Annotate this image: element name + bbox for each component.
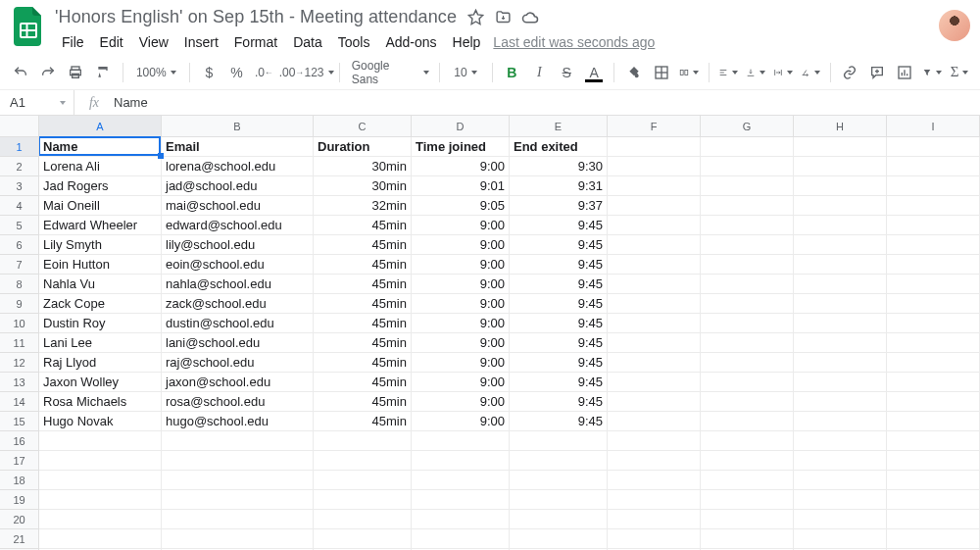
cell[interactable]: Duration xyxy=(314,137,412,157)
row-header[interactable]: 20 xyxy=(0,510,39,529)
fill-color-icon[interactable] xyxy=(621,60,647,85)
cell[interactable] xyxy=(608,412,701,431)
row-header[interactable]: 11 xyxy=(0,333,39,353)
cell[interactable]: zack@school.edu xyxy=(162,294,314,314)
font-select[interactable]: Google Sans xyxy=(346,60,432,85)
cell[interactable] xyxy=(794,137,887,157)
cell[interactable]: jad@school.edu xyxy=(162,176,314,196)
column-header[interactable]: I xyxy=(887,116,980,137)
column-header[interactable]: E xyxy=(510,116,608,137)
cell[interactable] xyxy=(794,451,887,471)
bold-button[interactable]: B xyxy=(499,60,524,85)
column-header[interactable]: G xyxy=(701,116,794,137)
row-header[interactable]: 1 xyxy=(0,137,39,157)
cell[interactable]: rosa@school.edu xyxy=(162,392,314,412)
cell[interactable]: 9:00 xyxy=(412,235,510,255)
menu-help[interactable]: Help xyxy=(446,31,488,53)
cell[interactable]: Time joined xyxy=(412,137,510,157)
italic-button[interactable]: I xyxy=(526,60,552,85)
text-wrap-icon[interactable] xyxy=(770,60,796,85)
cell[interactable]: 45min xyxy=(314,392,412,412)
row-header[interactable]: 18 xyxy=(0,471,39,490)
cell[interactable] xyxy=(887,216,980,235)
select-all-corner[interactable] xyxy=(0,116,39,137)
cell[interactable]: 9:45 xyxy=(510,373,608,392)
cell[interactable]: 45min xyxy=(314,294,412,314)
cell[interactable]: 9:00 xyxy=(412,275,510,294)
row-header[interactable]: 12 xyxy=(0,353,39,373)
cell[interactable]: Email xyxy=(162,137,314,157)
cell[interactable] xyxy=(701,529,794,549)
cell[interactable]: 9:45 xyxy=(510,412,608,431)
cell[interactable]: 9:00 xyxy=(412,314,510,333)
cell[interactable] xyxy=(794,490,887,510)
cell[interactable] xyxy=(701,392,794,412)
cell[interactable]: 9:45 xyxy=(510,255,608,275)
row-header[interactable]: 6 xyxy=(0,235,39,255)
cell[interactable] xyxy=(39,431,162,451)
cell[interactable] xyxy=(412,529,510,549)
cell[interactable] xyxy=(701,353,794,373)
row-header[interactable]: 8 xyxy=(0,275,39,294)
cell[interactable] xyxy=(794,373,887,392)
cell[interactable] xyxy=(794,510,887,529)
column-header[interactable]: A xyxy=(39,116,162,137)
cell[interactable] xyxy=(887,235,980,255)
increase-decimal-button[interactable]: .00→ xyxy=(279,60,305,85)
cell[interactable] xyxy=(608,510,701,529)
formula-bar[interactable]: Name xyxy=(114,95,148,110)
cell[interactable]: raj@school.edu xyxy=(162,353,314,373)
cell[interactable] xyxy=(701,314,794,333)
paint-format-icon[interactable] xyxy=(90,60,116,85)
filter-icon[interactable] xyxy=(919,60,945,85)
cell[interactable]: 9:45 xyxy=(510,333,608,353)
cell[interactable]: Lani Lee xyxy=(39,333,162,353)
column-header[interactable]: C xyxy=(314,116,412,137)
row-header[interactable]: 14 xyxy=(0,392,39,412)
cell[interactable] xyxy=(701,176,794,196)
cell[interactable] xyxy=(794,529,887,549)
menu-insert[interactable]: Insert xyxy=(177,31,225,53)
currency-button[interactable]: $ xyxy=(197,60,222,85)
row-header[interactable]: 17 xyxy=(0,451,39,471)
cell[interactable] xyxy=(701,510,794,529)
column-header[interactable]: H xyxy=(794,116,887,137)
menu-tools[interactable]: Tools xyxy=(331,31,377,53)
cell[interactable] xyxy=(608,157,701,176)
cell[interactable]: 9:00 xyxy=(412,333,510,353)
row-header[interactable]: 19 xyxy=(0,490,39,510)
cell[interactable]: nahla@school.edu xyxy=(162,275,314,294)
cell[interactable] xyxy=(701,216,794,235)
number-format-select[interactable]: 123 xyxy=(307,60,332,85)
cell[interactable]: 9:01 xyxy=(412,176,510,196)
cell[interactable] xyxy=(608,137,701,157)
document-title[interactable]: 'Honors English' on Sep 15th - Meeting a… xyxy=(55,7,457,27)
cell[interactable]: 30min xyxy=(314,157,412,176)
cell[interactable] xyxy=(510,490,608,510)
row-header[interactable]: 5 xyxy=(0,216,39,235)
cell[interactable]: 9:45 xyxy=(510,216,608,235)
cell[interactable] xyxy=(608,275,701,294)
cell[interactable]: Raj Llyod xyxy=(39,353,162,373)
cell[interactable] xyxy=(887,157,980,176)
insert-comment-icon[interactable] xyxy=(864,60,890,85)
last-edit-status[interactable]: Last edit was seconds ago xyxy=(489,34,655,50)
cell[interactable] xyxy=(794,431,887,451)
cell[interactable]: Hugo Novak xyxy=(39,412,162,431)
cell[interactable]: 32min xyxy=(314,196,412,216)
cell[interactable]: Rosa Michaels xyxy=(39,392,162,412)
cell[interactable] xyxy=(794,196,887,216)
cell[interactable] xyxy=(608,471,701,490)
name-box[interactable]: A1 xyxy=(0,90,74,115)
cell[interactable] xyxy=(794,314,887,333)
cell[interactable] xyxy=(794,471,887,490)
cell[interactable] xyxy=(887,490,980,510)
cell[interactable]: Jaxon Wolley xyxy=(39,373,162,392)
cell[interactable] xyxy=(887,353,980,373)
cell[interactable]: Lorena Ali xyxy=(39,157,162,176)
cell[interactable]: 9:00 xyxy=(412,157,510,176)
cell[interactable]: 9:45 xyxy=(510,314,608,333)
cell[interactable] xyxy=(701,196,794,216)
insert-link-icon[interactable] xyxy=(837,60,862,85)
menu-addons[interactable]: Add-ons xyxy=(378,31,443,53)
